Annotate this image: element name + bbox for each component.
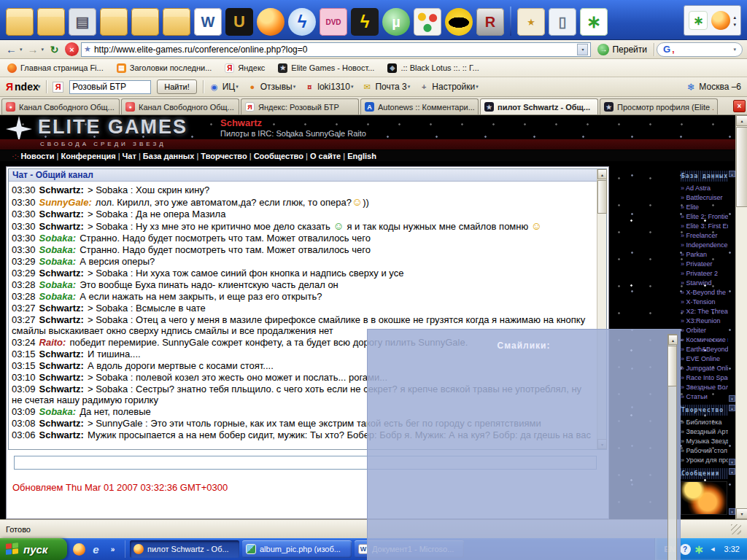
scroll-down-icon[interactable]: ▾ [729,459,735,465]
menu-item[interactable]: English [347,152,376,160]
app-icon[interactable]: W [194,8,222,36]
sidebar-link[interactable]: Elite [681,203,728,212]
sidebar-link[interactable]: X2: The Threat [681,307,728,316]
yandex-tool-item[interactable]: ◉ ИЦ ▾ [209,82,239,92]
app-icon[interactable]: R [476,8,504,36]
scroll-down-icon[interactable]: ▾ [733,22,736,27]
forward-dropdown-icon[interactable]: ▾ [42,47,44,52]
app-icon[interactable] [445,8,473,36]
app-icon[interactable] [131,8,159,36]
app-icon[interactable] [163,8,190,36]
app-icon[interactable]: ϟ [351,8,379,36]
app-icon[interactable]: ▤ [69,8,96,36]
menu-item[interactable]: Новости [20,152,61,160]
reload-button[interactable]: ↻ [46,42,63,57]
app-icon[interactable]: µ [382,8,410,36]
sidebar-link[interactable]: Race Into Space [681,373,728,383]
menu-item[interactable]: Чат [123,152,143,160]
bookmark-item[interactable]: ▤ Заголовки последни... [117,63,212,73]
sidebar-link[interactable]: Independence War 2 [681,241,728,250]
tray-icon[interactable]: ◄ [708,544,719,555]
scroll-up-icon[interactable]: ▴ [668,335,678,345]
yandex-tool-dropdown-icon[interactable]: ▾ [408,84,411,90]
bookmark-item[interactable]: Я Яндекс [225,63,265,73]
menu-item[interactable]: База данных [143,152,201,160]
app-icon[interactable]: ∗ [580,8,608,36]
tab-close-button[interactable]: × [733,100,746,112]
resize-grip[interactable] [731,524,741,534]
quick-launch-icon[interactable]: e [90,543,102,556]
sidebar-link[interactable]: Starwind [681,279,728,288]
menu-item[interactable]: Творчество [201,152,253,160]
sidebar-link[interactable]: Earth&Beyond Online [681,345,728,354]
sidebar-link[interactable]: Privateer 2 [681,269,728,279]
forward-button[interactable]: → [25,42,42,57]
yandex-search-input[interactable] [69,80,151,94]
scroll-up-icon[interactable]: ▴ [597,169,607,179]
smiley-panel-scrollbar[interactable]: ▴ ▾ [667,334,677,560]
search-box[interactable]: G , ▾ [657,42,743,57]
yandex-logo-dropdown-icon[interactable]: ▾ [38,84,41,90]
address-dropdown-icon[interactable]: ▾ [577,44,588,55]
browser-tab[interactable]: ★ пилот Schwartz - Общ... [480,98,598,114]
section-scrollbar[interactable]: ▴ ▾ [729,171,735,402]
sidebar-link[interactable]: Elite 3: First Encounters [681,222,728,231]
scroll-up-icon[interactable]: ▴ [736,115,747,126]
app-icon[interactable]: ϟ [288,8,316,36]
yandex-tool-dropdown-icon[interactable]: ▾ [236,84,239,90]
sidebar-link[interactable]: Battlecruiser [681,193,728,203]
yandex-weather[interactable]: ❄ Москва –6 [686,82,741,93]
scrollbar-thumb[interactable] [736,127,747,207]
search-dropdown-icon[interactable]: ▾ [733,47,736,52]
app-icon[interactable]: ⋆ [517,8,545,36]
sidebar-link[interactable]: X-Beyond the Frontier [681,288,728,298]
scrollbar-thumb[interactable] [667,346,677,386]
yandex-tool-item[interactable]: + Настройки ▾ [419,82,478,92]
yandex-tool-item[interactable]: ● Отзывы ▾ [247,82,295,92]
scroll-down-icon[interactable]: ▾ [729,508,735,515]
app-icon[interactable] [37,8,65,36]
browser-tab[interactable]: A Autonews :: Комментари... [360,98,479,114]
tray-icon[interactable]: ∗ [694,544,705,555]
browser-tab[interactable]: ★ Просмотр профиля (Elite ... [600,98,718,114]
go-button[interactable]: → Перейти [593,44,651,55]
yandex-tool-dropdown-icon[interactable]: ▾ [351,84,354,90]
section-scrollbar[interactable]: ▴ ▾ [729,468,735,515]
app-icon[interactable] [6,8,34,36]
yandex-find-button[interactable]: Найти! [157,79,196,94]
app-icon[interactable] [414,8,441,36]
address-bar[interactable]: ★ http://www.elite-games.ru/conference/o… [81,42,591,57]
page-scrollbar[interactable]: ▴ ▾ [735,115,747,519]
scroll-down-icon[interactable]: ▾ [736,508,747,519]
sidebar-link[interactable]: Космические миры [681,335,728,345]
sidebar-link[interactable]: Elite 2: Frontier [681,212,728,222]
yandex-logo[interactable]: Яndex ▾ [6,81,40,93]
yandex-tool-dropdown-icon[interactable]: ▾ [293,84,296,90]
section-scrollbar[interactable]: ▴ ▾ [729,405,735,465]
browser-tab[interactable]: ● Канал Свободного Общ... [1,98,120,114]
bookmark-item[interactable]: ● Главная страница Fi... [7,63,104,73]
mini-app-icon[interactable]: ∗ [689,11,708,30]
bookmark-item[interactable]: ★ Elite Games - Новост... [278,63,374,73]
sidebar-link[interactable]: Уроки для программистов [681,456,728,465]
stop-button[interactable]: × [65,42,79,56]
sidebar-link[interactable]: Статьи [681,392,728,402]
sidebar-link[interactable]: Звездные Волки [681,383,728,392]
url-text[interactable]: http://www.elite-games.ru/conference/onl… [94,44,575,55]
scrollbar-thumb[interactable] [597,180,607,214]
task-button[interactable]: album_pic.php (изоб... [242,540,352,558]
scroll-down-icon[interactable]: ▾ [729,395,735,402]
sidebar-link[interactable]: Звездный Арт [681,427,728,437]
yandex-tool-item[interactable]: ✉ Почта 3 ▾ [362,82,410,92]
toolbar-collapse-arrows[interactable]: ▴ ▾ [733,15,736,27]
app-icon[interactable]: U [225,8,253,36]
sidebar-link[interactable]: Рабочий стол [681,446,728,456]
sidebar-link[interactable]: Freelancer [681,231,728,241]
sidebar-link[interactable]: Privateer [681,260,728,269]
app-icon[interactable] [257,8,285,36]
browser-tab[interactable]: ● Канал Свободного Общ... [121,98,239,114]
quick-launch-icon[interactable]: » [107,543,119,556]
sidebar-link[interactable]: Jumpgate Online [681,364,728,373]
scroll-up-icon[interactable]: ▴ [733,15,736,20]
sidebar-link[interactable]: Музыка Звезд [681,437,728,446]
